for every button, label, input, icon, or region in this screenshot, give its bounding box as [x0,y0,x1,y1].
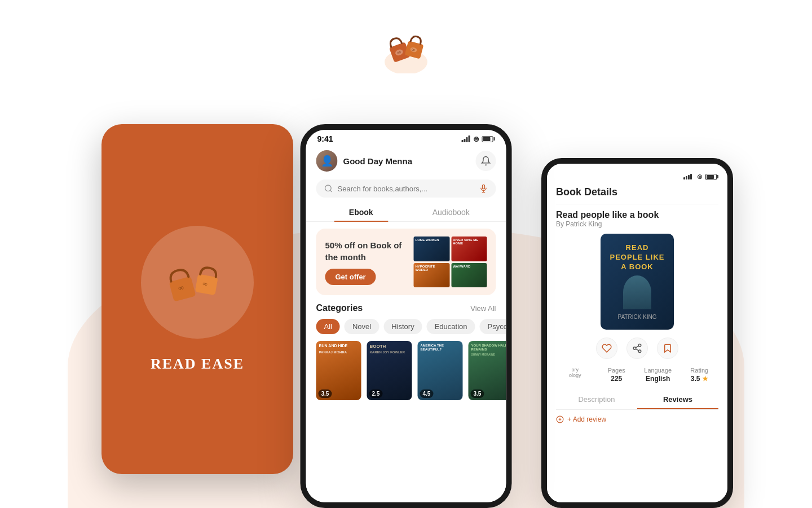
status-icons: ⊜ [462,135,495,143]
search-icon [324,184,333,193]
books-row: RUN AND HIDE PANKAJ MISHRA 3.5 BOOTH KAR… [306,341,506,400]
bookmark-button[interactable] [657,338,678,359]
banner-text: 50% off on Book of the month Get offer [325,239,414,285]
add-review-button[interactable]: + Add review [556,415,718,423]
banner-book-3: HYPOCRITE WORLD [414,263,450,288]
right-signal-icon [683,174,692,179]
language-value: English [639,375,677,383]
greeting-text: Good Day Menna [343,156,413,166]
book-rating-2: 2.5 [369,389,383,398]
pill-education[interactable]: Education [427,319,475,334]
search-bar[interactable] [316,179,496,198]
phone-middle: 9:41 ⊜ 👤 Good Da [301,124,512,508]
svg-point-15 [638,344,641,347]
svg-point-17 [638,350,641,353]
book-rating-3: 4.5 [420,389,434,398]
category-pills: All Novel History Education Psycology [306,319,506,334]
categories-header: Categories View All [306,303,506,313]
star-icon: ★ [702,375,708,383]
meta-pages: Pages 225 [598,367,636,383]
book-rating-4: 3.5 [471,389,484,398]
user-info: 👤 Good Day Menna [316,150,413,172]
right-battery-icon [705,174,718,180]
right-wifi-icon: ⊜ [697,173,703,181]
battery-icon [482,136,495,142]
pill-history[interactable]: History [383,319,422,334]
banner-title: 50% off on Book of the month [325,239,414,263]
book-cover-title-text: READ PEOPLE LIKE A BOOK [608,243,666,272]
book-rating-1: 3.5 [319,389,332,398]
book-meta: oryology Pages 225 Language English Rati… [556,367,718,383]
view-all-button[interactable]: View All [470,304,496,313]
right-status-bar: ⊜ [556,173,718,181]
tab-ebook[interactable]: Ebook [316,203,407,221]
avatar: 👤 [316,150,338,172]
banner-book-4: WAYWARD [451,263,487,288]
app-header: 👤 Good Day Menna [306,146,506,176]
rating-value: 3.5 ★ [681,375,719,383]
splash-circle: ∞ ∞ [141,226,254,339]
splash-title: READ EASE [151,356,244,373]
avatar-image: 👤 [316,150,338,172]
app-logo: ∞ ∞ [381,23,431,76]
add-review-label: + Add review [567,415,606,423]
wifi-icon: ⊜ [473,135,479,143]
signal-icon [462,135,470,142]
book-cover-large: READ PEOPLE LIKE A BOOK PATRICK KING [601,234,674,330]
banner-book-1: LONE WOMEN [414,237,450,261]
status-bar: 9:41 ⊜ [306,130,506,146]
pill-psycology[interactable]: Psycology [479,319,506,334]
banner-book-2: RIVER SING ME HOME [451,237,487,261]
svg-point-11 [325,185,332,191]
notifications-button[interactable] [476,151,496,171]
pill-novel[interactable]: Novel [345,319,379,334]
tab-audiobook[interactable]: Audiobook [406,203,496,221]
pill-all[interactable]: All [316,319,340,334]
book-card-2[interactable]: BOOTH KAREN JOY FOWLER 2.5 [367,341,412,400]
content-tabs: Ebook Audiobook [306,203,506,222]
banner-books: LONE WOMEN RIVER SING ME HOME HYPOCRITE … [414,237,487,287]
status-time: 9:41 [317,134,333,143]
book-card-4[interactable]: YOUR SHADOW HALF REMAINS SUNNY MORAINE 3… [469,341,506,400]
page-title: Book Details [556,186,718,204]
svg-point-16 [633,347,636,350]
pages-value: 225 [598,375,636,383]
book-actions [556,338,718,359]
book-title: Read people like a book [556,210,718,220]
phone-right: ⊜ Book Details Read people like a book B… [541,158,733,508]
microphone-icon[interactable] [479,184,488,193]
share-button[interactable] [626,338,648,359]
book-card-1[interactable]: RUN AND HIDE PANKAJ MISHRA 3.5 [316,341,361,400]
search-input[interactable] [338,185,475,193]
meta-genre: oryology [556,367,594,383]
categories-title: Categories [316,303,363,313]
favorite-button[interactable] [596,338,617,359]
book-card-3[interactable]: AMERICA THE BEAUTIFUL? 4.5 [418,341,463,400]
book-cover-author-text: PATRICK KING [617,314,656,320]
tab-reviews[interactable]: Reviews [637,391,718,409]
phone-left: ∞ ∞ READ EASE [102,124,293,474]
svg-line-18 [636,349,638,351]
book-author: By Patrick King [556,220,718,228]
meta-rating: Rating 3.5 ★ [681,367,719,383]
svg-line-19 [636,346,638,348]
svg-rect-12 [483,185,485,189]
meta-language: Language English [639,367,677,383]
tab-description[interactable]: Description [556,391,637,409]
promo-banner: 50% off on Book of the month Get offer L… [316,229,496,295]
get-offer-button[interactable]: Get offer [325,269,376,285]
detail-tabs: Description Reviews [556,391,718,410]
